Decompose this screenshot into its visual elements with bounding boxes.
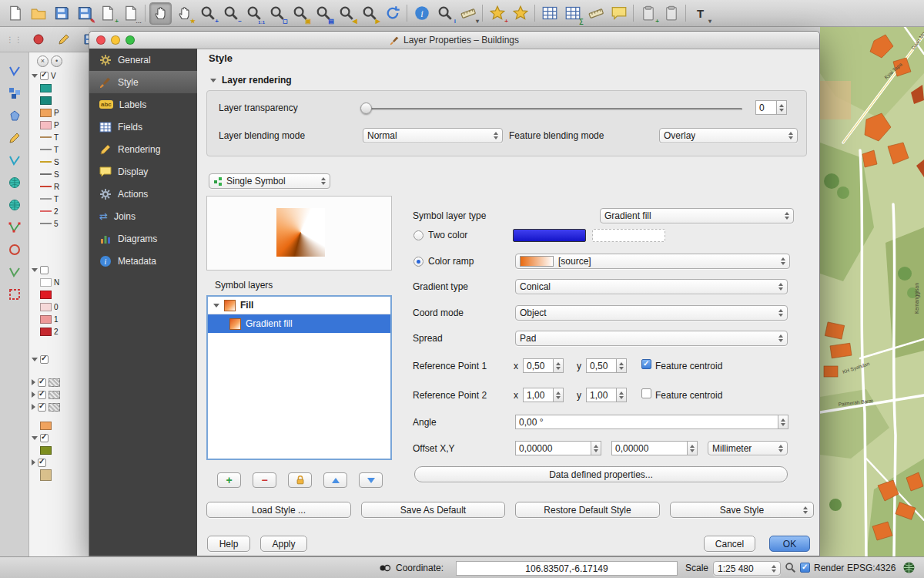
help-button[interactable]: Help <box>207 536 250 552</box>
layer-row[interactable] <box>29 94 89 106</box>
toggle-editing-icon[interactable] <box>8 132 21 144</box>
tree-row-fill[interactable]: Fill <box>208 297 390 314</box>
pan-to-selection-icon[interactable]: ★ <box>174 3 195 24</box>
blending-mode-select[interactable]: Normal <box>363 128 503 143</box>
render-checkbox[interactable] <box>800 563 810 573</box>
ref2-y-stepper[interactable] <box>617 388 627 402</box>
apply-button[interactable]: Apply <box>260 536 307 552</box>
layer-checkbox[interactable] <box>40 355 49 364</box>
add-feature-icon[interactable] <box>8 154 21 166</box>
lock-symbol-layer-button[interactable] <box>288 472 312 488</box>
offset-y-stepper[interactable] <box>688 441 698 455</box>
add-symbol-layer-button[interactable]: + <box>217 472 241 488</box>
ref1-x-input[interactable]: 0,50 <box>523 358 554 373</box>
web-service-icon[interactable] <box>8 176 21 189</box>
transparency-stepper[interactable] <box>777 100 787 115</box>
dialog-titlebar[interactable]: Layer Properties – Buildings <box>89 32 819 49</box>
symbol-type-select[interactable]: Single Symbol <box>209 173 330 189</box>
zoom-full-icon[interactable]: ◻ <box>266 3 287 24</box>
layer-row[interactable]: S <box>29 156 89 168</box>
color2-button[interactable] <box>592 229 665 242</box>
zoom-to-layer-icon[interactable]: ▤ <box>313 3 333 24</box>
new-bookmark-icon[interactable]: + <box>487 3 507 24</box>
node-tool-icon[interactable] <box>8 221 21 234</box>
identify-icon[interactable] <box>411 3 432 24</box>
move-feature-icon[interactable] <box>8 87 21 99</box>
open-project-icon[interactable] <box>28 3 49 24</box>
layer-row[interactable]: T <box>29 193 89 205</box>
ref1-y-stepper[interactable] <box>617 358 627 373</box>
simplify-feature-icon[interactable] <box>8 266 21 278</box>
annotation-icon[interactable] <box>608 3 629 24</box>
layer-checkbox[interactable] <box>40 72 49 80</box>
scale-select[interactable]: 1:25 480 <box>713 561 781 576</box>
ref1-x-stepper[interactable] <box>554 358 564 373</box>
data-defined-properties-button[interactable]: Data defined properties... <box>414 466 788 482</box>
transparency-slider[interactable] <box>365 108 742 110</box>
layer-checkbox[interactable] <box>38 459 46 467</box>
two-color-radio[interactable] <box>413 230 424 240</box>
web-service-2-icon[interactable] <box>8 199 21 211</box>
undo-icon[interactable] <box>8 244 21 256</box>
color-ramp-select[interactable]: [source] <box>515 254 790 269</box>
color1-button[interactable] <box>513 229 586 242</box>
load-style-button[interactable]: Load Style ... <box>206 502 351 518</box>
sidebar-item-general[interactable]: General <box>89 49 197 71</box>
show-bookmarks-icon[interactable] <box>510 3 531 24</box>
copy-style-icon[interactable]: + <box>638 3 658 24</box>
new-project-icon[interactable] <box>5 3 25 24</box>
spread-select[interactable]: Pad <box>515 331 788 346</box>
layer-row[interactable]: 1 <box>29 313 89 325</box>
angle-input[interactable]: 0,00 ° <box>515 415 778 429</box>
color-ramp-radio[interactable] <box>413 257 424 267</box>
layer-row[interactable]: 5 <box>29 217 89 230</box>
sidebar-item-display[interactable]: Display <box>89 160 197 183</box>
zoom-button[interactable] <box>126 35 135 45</box>
zoom-next-icon[interactable]: ▶ <box>359 3 380 24</box>
layer-row[interactable] <box>29 353 89 365</box>
layer-row[interactable]: T <box>29 143 89 156</box>
transparency-input[interactable]: 0 <box>755 100 777 115</box>
layer-row[interactable]: N <box>29 276 89 288</box>
sidebar-item-fields[interactable]: Fields <box>89 116 197 138</box>
layer-checkbox[interactable] <box>40 434 49 442</box>
ref1-centroid-checkbox[interactable] <box>641 359 651 369</box>
capture-polygon-icon[interactable] <box>8 109 21 122</box>
symbol-layer-type-select[interactable]: Gradient fill <box>600 208 794 223</box>
layer-row[interactable]: T <box>29 131 89 143</box>
layer-row[interactable] <box>29 376 89 388</box>
sidebar-item-joins[interactable]: ⇄Joins <box>89 205 197 227</box>
angle-stepper[interactable] <box>778 415 788 429</box>
composer-manager-icon[interactable]: … <box>120 3 141 24</box>
move-down-button[interactable] <box>359 472 383 488</box>
map-canvas[interactable]: Daan Mogot Kyai Tapa Kemanggisan KH Syah… <box>820 27 924 556</box>
statistics-icon[interactable]: ∑ <box>562 3 583 24</box>
restore-default-style-button[interactable]: Restore Default Style <box>515 502 660 518</box>
layer-checkbox[interactable] <box>38 378 46 387</box>
measure-dropdown-icon[interactable] <box>585 3 606 24</box>
ref2-y-input[interactable]: 1,00 <box>586 388 617 402</box>
text-annotation-icon[interactable]: T▾ <box>690 3 711 24</box>
layer-row[interactable] <box>29 469 89 481</box>
coord-mode-select[interactable]: Object <box>515 305 788 321</box>
layer-row[interactable]: S <box>29 168 89 180</box>
offset-x-input[interactable]: 0,00000 <box>515 441 591 455</box>
save-project-as-icon[interactable]: ✎ <box>74 3 95 24</box>
crs-globe-icon[interactable] <box>902 561 916 574</box>
move-up-button[interactable] <box>323 472 347 488</box>
tree-row-gradient-fill[interactable]: Gradient fill <box>208 314 390 333</box>
attribute-table-icon[interactable] <box>539 3 560 24</box>
layer-row[interactable]: 0 <box>29 301 89 313</box>
sidebar-item-diagrams[interactable]: Diagrams <box>89 227 197 250</box>
layer-row[interactable]: P <box>29 119 89 131</box>
capture-line-icon[interactable] <box>8 65 21 77</box>
ref1-y-input[interactable]: 0,50 <box>586 358 617 373</box>
save-style-button[interactable]: Save Style <box>670 502 814 518</box>
panel-close-icon[interactable]: × <box>37 55 49 67</box>
refresh-icon[interactable] <box>382 3 403 24</box>
expander-icon[interactable] <box>213 304 219 307</box>
new-composer-icon[interactable]: + <box>97 3 118 24</box>
sidebar-item-actions[interactable]: Actions <box>89 183 197 205</box>
layer-row[interactable]: 2 <box>29 205 89 217</box>
remove-symbol-layer-button[interactable]: − <box>253 472 276 488</box>
